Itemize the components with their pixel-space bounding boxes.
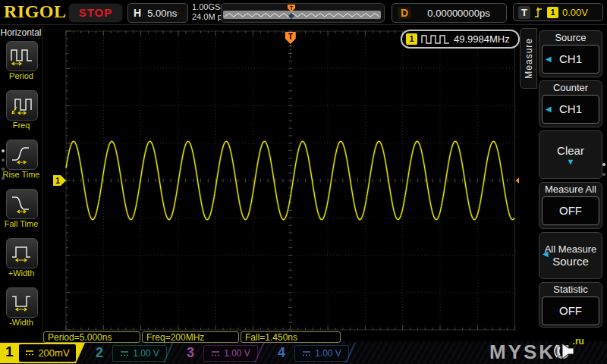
waveform-plot: TT1 [0,0,607,364]
softkey-value-box: ◀ CH1 [542,95,599,124]
square-wave-icon [421,34,450,44]
dc-coupling-icon [211,350,220,357]
softkey-statistic[interactable]: Statistic OFF [539,282,602,328]
channel-number: 4 [278,345,285,361]
top-status-bar: RIGOL STOP H 5.00ns 1.00GSa/s 24.0M pts … [0,0,607,25]
channel-scale: 200mV [38,347,69,359]
menu-item-fall-time[interactable]: Fall Time [0,189,42,231]
speaker-icon [553,342,577,360]
rigol-logo: RIGOL [4,2,67,22]
channel-scale-box: 1.00 V [203,345,258,362]
softkey-measure-all[interactable]: Measure All OFF [539,182,602,229]
softkey-value-box: OFF [542,297,599,325]
page-dot [2,168,5,171]
dc-coupling-icon [120,350,129,357]
channel-scale-box: 200mV [19,344,76,362]
measurement-freq: Freq=200MHz [142,331,239,343]
minus-width-icon [11,293,33,312]
period-icon [11,46,33,66]
channel-2-chip[interactable]: 2 1.00 V [89,343,174,363]
rise-time-icon [11,145,33,165]
measurement-period: Period=5.000ns [43,331,140,343]
softkey-value-box: OFF [542,196,599,225]
softkey-value: CH1 [559,52,582,65]
softkey-label: Counter [539,81,602,95]
run-stop-status[interactable]: STOP [68,3,123,23]
menu-item-label: +Width [0,268,46,278]
dc-coupling-icon [302,350,311,357]
softkey-all-measure-source[interactable]: ◀ All Measure Source [539,232,602,279]
softkey-clear[interactable]: Clear ▼ [539,130,602,179]
plus-width-icon [11,243,33,263]
page-dot [602,173,605,176]
chevron-left-icon: ◀ [546,46,552,73]
trigger-level-value: 0.00V [562,7,588,18]
dc-coupling-icon [25,350,34,356]
measure-menu-panel: Measure Source ◀ CH1 Counter ◀ CH1 Clear… [519,25,607,341]
softkey-label: Measure All [539,183,602,196]
measure-menu-tab[interactable]: Measure [520,28,537,89]
menu-item-plus-width[interactable]: +Width [0,238,42,281]
softkey-label: Clear [557,144,584,157]
channel-number: 1 [5,344,14,360]
delay-label: D [398,7,411,19]
softkey-value: OFF [559,304,582,317]
trigger-label: T [518,6,530,19]
channel-scale: 1.00 V [315,348,341,359]
menu-item-label: -Width [0,318,46,327]
menu-item-period[interactable]: Period [0,41,42,83]
chevron-left-icon: ◀ [546,96,552,123]
svg-text:T: T [288,33,293,41]
menu-item-label: Period [0,71,46,80]
page-dot [2,177,5,180]
timebase-value: 5.00ns [147,8,177,19]
channel-scale-box: 1.00 V [294,345,349,362]
waveform-preview-icon: T [222,4,382,20]
svg-text:T: T [290,5,294,11]
rising-edge-icon [534,7,543,18]
delay-readout[interactable]: D 0.00000000ps [392,3,507,23]
chevron-down-icon: ▼ [567,157,575,166]
delay-value: 0.00000000ps [411,8,506,19]
channel-number: 3 [187,345,194,361]
left-menu-title: Horizontal [0,27,42,38]
horizontal-measure-menu: Horizontal Period Freq Rise Time [0,25,42,341]
menu-item-label: Freq [0,121,46,130]
chevron-left-icon: ◀ [543,249,549,258]
channel-number: 2 [96,345,103,361]
page-dot [602,163,605,166]
channel-scale: 1.00 V [224,348,250,359]
softkey-value: CH1 [559,102,582,115]
channel-scale: 1.00 V [133,348,159,359]
counter-frequency-value: 49.9984MHz [454,33,510,45]
svg-text:1: 1 [55,177,60,185]
softkey-label: Source [539,31,602,45]
trigger-source-badge: 1 [547,7,558,18]
measurement-fall: Fall=1.450ns [241,331,341,343]
softkey-value: OFF [559,204,582,217]
horizontal-position-bar[interactable]: T [221,3,385,23]
timebase-readout[interactable]: H 5.00ns [127,3,188,23]
menu-item-minus-width[interactable]: -Width [0,287,42,330]
menu-item-rise-time[interactable]: Rise Time [0,140,42,182]
menu-item-freq[interactable]: Freq [0,90,42,133]
page-dot [2,158,5,162]
freq-icon [11,96,33,115]
menu-item-label: Rise Time [0,170,46,179]
softkey-label: Statistic [539,283,602,297]
page-dot [2,149,5,152]
menu-item-label: Fall Time [0,219,46,228]
softkey-source[interactable]: Source ◀ CH1 [539,30,602,77]
frequency-counter-badge: 1 49.9984MHz [401,30,520,49]
softkey-label: All Measure [545,243,597,255]
channel-1-chip[interactable]: 1 200mV [0,343,85,363]
trigger-readout[interactable]: T 1 0.00V [513,3,603,21]
watermark: MYSKU .ru [489,340,572,364]
channel-3-chip[interactable]: 3 1.00 V [180,343,265,363]
channel-scale-box: 1.00 V [112,345,167,362]
softkey-counter[interactable]: Counter ◀ CH1 [539,80,602,127]
fall-time-icon [11,194,33,214]
oscilloscope-screen: TT1 RIGOL STOP H 5.00ns 1.00GSa/s 24.0M … [0,0,607,364]
channel-4-chip[interactable]: 4 1.00 V [271,343,356,363]
counter-channel-badge: 1 [406,33,417,45]
